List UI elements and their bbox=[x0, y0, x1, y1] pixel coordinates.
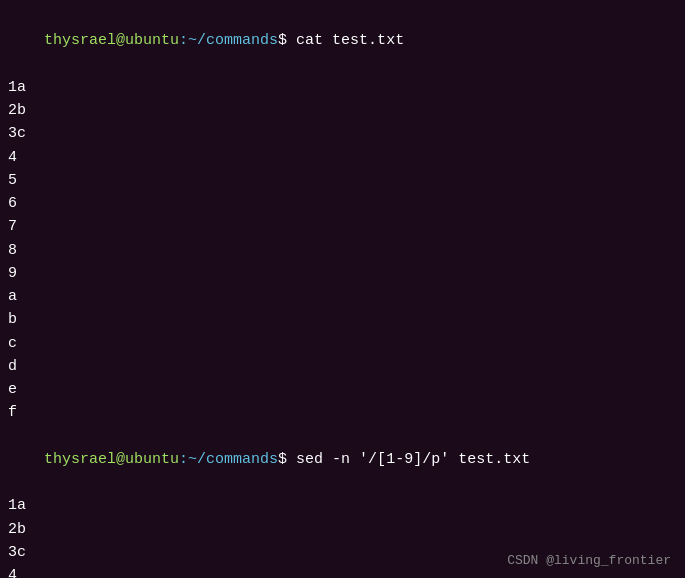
output-line-1-2: 2b bbox=[8, 99, 677, 122]
command-1: cat test.txt bbox=[287, 32, 404, 49]
output-line-1-14: e bbox=[8, 378, 677, 401]
output-line-2-2: 2b bbox=[8, 518, 677, 541]
prompt-line-2: thysrael@ubuntu:~/commands$ sed -n '/[1-… bbox=[8, 425, 677, 495]
prompt-user-1: thysrael bbox=[44, 32, 116, 49]
output-line-1-8: 8 bbox=[8, 239, 677, 262]
output-line-1-5: 5 bbox=[8, 169, 677, 192]
prompt-dollar-2: $ bbox=[278, 451, 287, 468]
prompt-at-1: @ bbox=[116, 32, 125, 49]
output-line-1-9: 9 bbox=[8, 262, 677, 285]
output-line-1-4: 4 bbox=[8, 146, 677, 169]
prompt-dollar-1: $ bbox=[278, 32, 287, 49]
output-line-1-3: 3c bbox=[8, 122, 677, 145]
command-2: sed -n '/[1-9]/p' test.txt bbox=[287, 451, 530, 468]
prompt-user-2: thysrael bbox=[44, 451, 116, 468]
prompt-host-1: ubuntu bbox=[125, 32, 179, 49]
output-line-1-15: f bbox=[8, 401, 677, 424]
output-line-1-6: 6 bbox=[8, 192, 677, 215]
output-line-1-1: 1a bbox=[8, 76, 677, 99]
output-line-1-10: a bbox=[8, 285, 677, 308]
output-line-1-12: c bbox=[8, 332, 677, 355]
watermark-text: CSDN @living_frontier bbox=[507, 553, 671, 568]
prompt-line-1: thysrael@ubuntu:~/commands$ cat test.txt bbox=[8, 6, 677, 76]
prompt-path-1: :~/commands bbox=[179, 32, 278, 49]
prompt-at-2: @ bbox=[116, 451, 125, 468]
terminal-window: thysrael@ubuntu:~/commands$ cat test.txt… bbox=[0, 0, 685, 578]
output-line-1-7: 7 bbox=[8, 215, 677, 238]
prompt-host-2: ubuntu bbox=[125, 451, 179, 468]
output-line-1-13: d bbox=[8, 355, 677, 378]
output-line-1-11: b bbox=[8, 308, 677, 331]
output-line-2-1: 1a bbox=[8, 494, 677, 517]
prompt-path-2: :~/commands bbox=[179, 451, 278, 468]
